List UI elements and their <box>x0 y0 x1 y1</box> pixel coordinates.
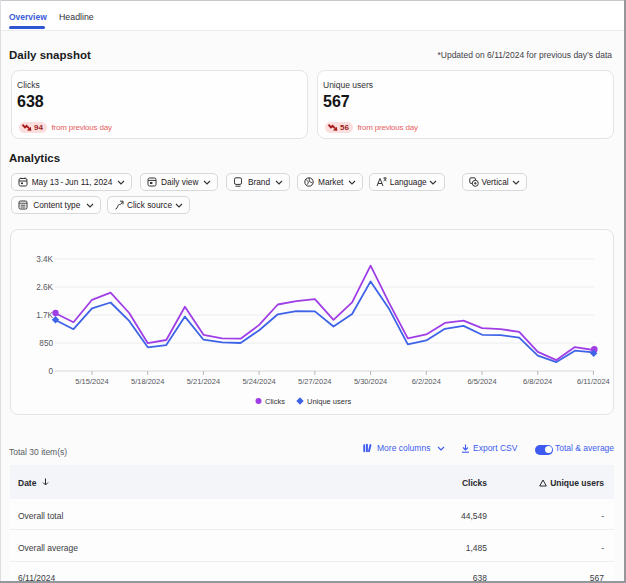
svg-text:5/30/2024: 5/30/2024 <box>354 377 387 386</box>
svg-text:6/8/2024: 6/8/2024 <box>523 377 552 386</box>
svg-text:5/18/2024: 5/18/2024 <box>131 377 164 386</box>
svg-text:850: 850 <box>39 339 53 348</box>
svg-text:0: 0 <box>48 367 53 376</box>
svg-text:5/27/2024: 5/27/2024 <box>298 377 331 386</box>
svg-text:Clicks: Clicks <box>265 397 285 406</box>
svg-text:2.6K: 2.6K <box>36 283 53 292</box>
svg-text:5/15/2024: 5/15/2024 <box>75 377 108 386</box>
svg-text:6/5/2024: 6/5/2024 <box>467 377 496 386</box>
svg-text:5/21/2024: 5/21/2024 <box>187 377 220 386</box>
svg-text:5/24/2024: 5/24/2024 <box>242 377 275 386</box>
svg-text:3.4K: 3.4K <box>36 255 53 264</box>
svg-text:Unique users: Unique users <box>307 397 351 406</box>
svg-text:6/11/2024: 6/11/2024 <box>577 377 610 386</box>
svg-text:1.7K: 1.7K <box>36 311 53 320</box>
svg-text:6/2/2024: 6/2/2024 <box>412 377 441 386</box>
